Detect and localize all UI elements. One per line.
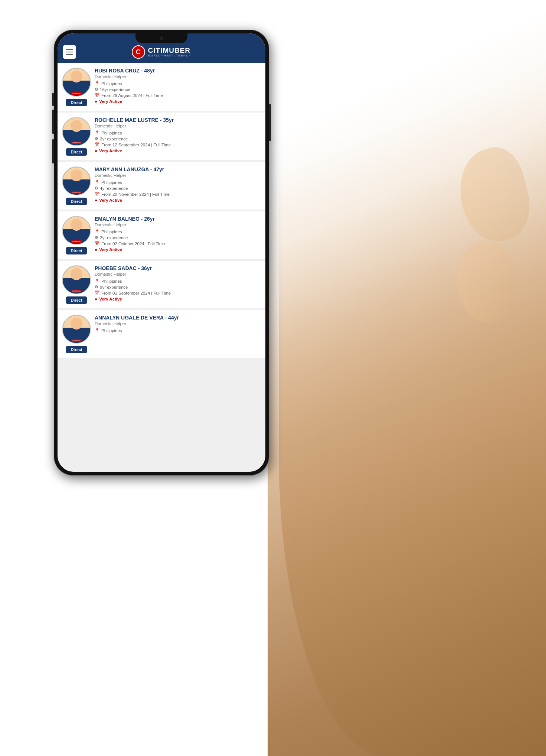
direct-badge-6[interactable]: Direct — [66, 346, 86, 353]
active-text-3: Very Active — [99, 198, 122, 202]
menu-button[interactable] — [63, 45, 76, 59]
profile-role-2: Domestic Helper — [95, 124, 261, 128]
profile-card-4[interactable]: CITIMUBER Direct EMALYN BALNEG - 26yr Do… — [58, 211, 265, 259]
location-text-4: Philippines — [101, 230, 122, 234]
avail-text-2: From 12 September 2024 | Full Time — [101, 143, 171, 147]
scene: C CITIMUBER EMPLOYMENT AGENCY — [0, 0, 546, 756]
direct-badge-2[interactable]: Direct — [66, 148, 86, 156]
profile-card-5[interactable]: CITIMUBER Direct PHOEBE SADAC - 36yr Dom… — [58, 261, 265, 308]
avail-text-1: From 29 August 2024 | Full Time — [101, 93, 163, 98]
avail-row-2: 📅 From 12 September 2024 | Full Time — [95, 142, 261, 147]
avatar-section-4: CITIMUBER Direct — [62, 216, 91, 254]
profile-card-3[interactable]: CITIMUBER Direct MARY ANN LANUZGA - 47yr… — [58, 162, 265, 210]
direct-badge-5[interactable]: Direct — [66, 296, 86, 304]
location-icon-4: 📍 — [95, 229, 100, 234]
location-row-5: 📍 Philippines — [95, 279, 261, 283]
profile-card-2[interactable]: CITIMUBER Direct ROCHELLE MAE LUSTRE - 3… — [58, 113, 265, 160]
avail-row-5: 📅 From 01 September 2024 | Full Time — [95, 291, 261, 295]
exp-text-3: 4yr experience — [100, 186, 128, 191]
avatar-section-6: CITIMUBER Direct — [62, 315, 91, 353]
avatar-1: CITIMUBER — [62, 68, 91, 97]
exp-text-5: 9yr experience — [100, 285, 128, 289]
exp-text-4: 2yr experience — [100, 236, 128, 240]
location-row-1: 📍 Philippines — [95, 81, 261, 86]
avail-row-4: 📅 From 02 October 2024 | Full Time — [95, 241, 261, 246]
active-text-4: Very Active — [99, 247, 122, 252]
exp-row-1: ⚙ 16yr experience — [95, 87, 261, 92]
active-dot-1: ● — [95, 99, 97, 104]
phone-outer-frame: C CITIMUBER EMPLOYMENT AGENCY — [54, 30, 269, 476]
camera — [160, 36, 163, 40]
menu-line-2 — [66, 52, 73, 52]
active-dot-2: ● — [95, 148, 97, 153]
phone-screen: C CITIMUBER EMPLOYMENT AGENCY — [58, 33, 265, 472]
gear-icon-2: ⚙ — [95, 136, 98, 141]
profile-info-6: ANNALYN UGALE DE VERA - 44yr Domestic He… — [95, 315, 261, 334]
profile-role-4: Domestic Helper — [95, 223, 261, 227]
exp-text-1: 16yr experience — [100, 87, 130, 92]
avatar-section-1: CITIMUBER Direct — [62, 68, 91, 106]
profile-name-6: ANNALYN UGALE DE VERA - 44yr — [95, 315, 261, 321]
direct-badge-1[interactable]: Direct — [66, 99, 86, 106]
profile-name-1: RUBI ROSA CRUZ - 48yr — [95, 68, 261, 74]
profile-list[interactable]: CITIMUBER Direct RUBI ROSA CRUZ - 48yr D… — [58, 63, 265, 472]
profile-role-3: Domestic Helper — [95, 173, 261, 178]
location-icon-5: 📍 — [95, 279, 100, 283]
calendar-icon-3: 📅 — [95, 192, 100, 197]
exp-row-5: ⚙ 9yr experience — [95, 285, 261, 289]
location-row-3: 📍 Philippines — [95, 180, 261, 185]
calendar-icon-5: 📅 — [95, 291, 100, 295]
avail-row-3: 📅 From 20 November 2024 | Full Time — [95, 192, 261, 197]
profile-name-5: PHOEBE SADAC - 36yr — [95, 265, 261, 271]
avatar-section-5: CITIMUBER Direct — [62, 265, 91, 304]
profile-info-3: MARY ANN LANUZGA - 47yr Domestic Helper … — [95, 166, 261, 203]
avatar-5: CITIMUBER — [62, 265, 91, 294]
gear-icon-1: ⚙ — [95, 87, 98, 92]
avail-text-3: From 20 November 2024 | Full Time — [101, 192, 170, 197]
active-dot-3: ● — [95, 198, 97, 203]
side-button-left-3 — [52, 139, 54, 163]
profile-card-6[interactable]: CITIMUBER Direct ANNALYN UGALE DE VERA -… — [58, 310, 265, 358]
avatar-4: CITIMUBER — [62, 216, 91, 245]
calendar-icon-1: 📅 — [95, 93, 100, 98]
location-row-2: 📍 Philippines — [95, 130, 261, 135]
notch — [135, 33, 187, 43]
logo-icon: C — [132, 45, 145, 59]
location-text-2: Philippines — [101, 131, 122, 135]
direct-badge-3[interactable]: Direct — [66, 198, 86, 205]
app-content: C CITIMUBER EMPLOYMENT AGENCY — [58, 33, 265, 472]
exp-row-3: ⚙ 4yr experience — [95, 186, 261, 191]
profile-name-4: EMALYN BALNEG - 26yr — [95, 216, 261, 222]
location-row-6: 📍 Philippines — [95, 328, 261, 333]
profile-card[interactable]: CITIMUBER Direct RUBI ROSA CRUZ - 48yr D… — [58, 63, 265, 111]
location-icon-2: 📍 — [95, 130, 100, 135]
avatar-section-2: CITIMUBER Direct — [62, 117, 91, 156]
profile-role-6: Domestic Helper — [95, 321, 261, 326]
direct-badge-4[interactable]: Direct — [66, 247, 86, 254]
menu-line-3 — [66, 54, 73, 55]
status-row-5: ● Very Active — [95, 296, 261, 302]
status-row-2: ● Very Active — [95, 148, 261, 153]
logo-subtitle: EMPLOYMENT AGENCY — [148, 54, 192, 57]
gear-icon-3: ⚙ — [95, 186, 98, 191]
active-text-2: Very Active — [99, 149, 122, 153]
avatar-6: CITIMUBER — [62, 315, 91, 344]
status-row-1: ● Very Active — [95, 99, 261, 104]
location-text-6: Philippines — [101, 328, 122, 333]
logo-title: CITIMUBER — [148, 47, 192, 54]
profile-info-5: PHOEBE SADAC - 36yr Domestic Helper 📍 Ph… — [95, 265, 261, 302]
avatar-3: CITIMUBER — [62, 166, 91, 195]
calendar-icon-4: 📅 — [95, 241, 100, 246]
active-text-5: Very Active — [99, 297, 122, 301]
exp-text-2: 2yr experience — [100, 137, 128, 141]
location-text-1: Philippines — [101, 81, 122, 86]
gear-icon-5: ⚙ — [95, 285, 98, 289]
active-dot-4: ● — [95, 247, 97, 252]
avail-text-5: From 01 September 2024 | Full Time — [101, 291, 171, 295]
active-dot-5: ● — [95, 296, 97, 302]
calendar-icon-2: 📅 — [95, 142, 100, 147]
logo-area: C CITIMUBER EMPLOYMENT AGENCY — [132, 45, 192, 59]
location-icon-6: 📍 — [95, 328, 100, 333]
active-text-1: Very Active — [99, 99, 122, 104]
avatar-2: CITIMUBER — [62, 117, 91, 146]
